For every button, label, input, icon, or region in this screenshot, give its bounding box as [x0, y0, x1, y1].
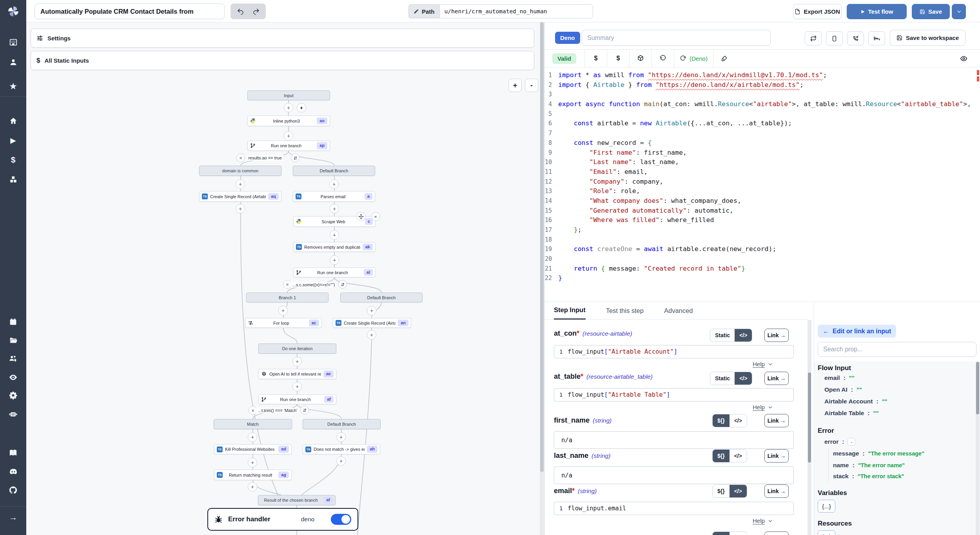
sidebar-item-groups[interactable] [0, 352, 26, 364]
flow-node-kill_sites[interactable]: TSKill Professional Websites mentionsad [214, 444, 292, 454]
resources-object-button[interactable]: {...} [818, 530, 835, 535]
step-panel-scrollbar[interactable] [808, 320, 811, 535]
flow-node-default_3[interactable]: Default Branch [303, 419, 381, 429]
remove-branch-button[interactable]: × [236, 154, 245, 162]
branch-settings-button[interactable] [338, 280, 347, 289]
error-handler-toggle[interactable] [331, 514, 351, 525]
flow-node-branch_1[interactable]: Branch 1 [246, 293, 328, 302]
flow-node-return_match[interactable]: TSReturn matching resultag [214, 470, 292, 480]
save-button[interactable]: Save [912, 4, 950, 19]
move-step-handle[interactable] [356, 212, 366, 221]
add-step-button[interactable]: + [278, 306, 288, 315]
add-step-button[interactable]: + [329, 179, 339, 189]
code-input-at_con[interactable]: 1flow_input["Airtable Account"] [554, 345, 794, 358]
sidebar-item-user[interactable] [0, 56, 26, 68]
mode-toggle-email[interactable]: ${}</> [712, 484, 747, 498]
mode-toggle-last_name[interactable]: ${}</> [712, 449, 747, 463]
sidebar-item-folders[interactable] [0, 334, 26, 346]
flow-node-openai_step[interactable]: Open AI to tell if relevant resultae [258, 369, 336, 379]
path-input[interactable]: u/henri/crm_automated_no_human [439, 4, 593, 18]
add-step-button[interactable]: + [292, 382, 302, 391]
help-link[interactable]: Help [753, 361, 773, 367]
sidebar-item-workspace[interactable] [0, 36, 26, 48]
prop-row-error-stack[interactable]: stack:"The error stack" [833, 473, 904, 480]
edit-or-link-input-button[interactable]: ← Edit or link an input [818, 325, 896, 338]
flow-node-run_branch_ap[interactable]: Run one branchap [247, 141, 330, 151]
format-brush-icon[interactable] [713, 50, 735, 67]
sidebar-item-docs[interactable] [0, 447, 26, 459]
flow-node-default_2[interactable]: Default Branch [340, 293, 423, 302]
link-button-at_con[interactable]: Link → [764, 329, 789, 342]
link-button-last_name[interactable]: Link → [764, 449, 789, 463]
flow-node-result[interactable]: Result of the chosen branchaf [258, 495, 336, 505]
trigger-bolt-icon[interactable] [297, 103, 306, 112]
add-step-button[interactable]: + [336, 432, 346, 442]
dollar-var-icon[interactable]: $ [585, 50, 607, 67]
mode-toggle-at_table[interactable]: Static</> [710, 372, 752, 385]
add-step-button[interactable]: + [330, 255, 339, 265]
redo-button[interactable] [251, 6, 261, 16]
code-input-at_table[interactable]: 1flow_input["Airtable Table"] [554, 388, 794, 401]
tab-test-this-step[interactable]: Test this step [606, 302, 644, 320]
sidebar-item-discord[interactable] [0, 466, 26, 477]
add-step-button[interactable]: + [330, 230, 339, 240]
link-button-first_name[interactable]: Link → [764, 414, 789, 427]
phone-incoming-icon[interactable] [847, 31, 864, 45]
flow-node-default_1[interactable]: Default Branch [293, 166, 375, 176]
flow-node-run_branch_al[interactable]: Run one branchal [293, 268, 376, 277]
add-step-button[interactable]: + [336, 456, 346, 466]
variables-object-button[interactable]: {...} [818, 500, 835, 513]
add-step-button[interactable]: + [284, 103, 293, 112]
language-badge[interactable]: Deno [555, 32, 580, 44]
reload-deno-button[interactable]: (Deno) [674, 50, 713, 67]
code-editor[interactable]: 1import * as wmill from "https://deno.la… [545, 67, 980, 302]
flow-node-parses_email[interactable]: TSParses emaila [293, 191, 375, 202]
add-step-button[interactable]: + [367, 330, 376, 340]
add-step-button[interactable]: + [330, 204, 339, 213]
summary-input[interactable]: Summary [582, 30, 771, 46]
mode-toggle-at_con[interactable]: Static</> [710, 329, 752, 342]
reset-icon[interactable] [652, 50, 674, 67]
sidebar-item-settings[interactable] [0, 389, 26, 401]
panel-rectangle-icon[interactable] [826, 31, 843, 45]
mode-toggle-first_name[interactable]: ${}</> [712, 414, 747, 427]
flow-node-domain_common[interactable]: domain is common [199, 166, 281, 176]
sidebar-item-github[interactable] [0, 484, 26, 496]
sidebar-item-resources[interactable] [0, 174, 26, 185]
branch-settings-button[interactable] [300, 406, 309, 414]
flow-node-for_loop[interactable]: For loopac [245, 318, 322, 328]
flow-node-inline_python[interactable]: Inline python3ao [247, 116, 330, 126]
add-step-button[interactable]: + [284, 131, 293, 141]
flow-canvas[interactable]: Settings $ All Static Inputs + - [26, 22, 545, 535]
sidebar-item-audit-logs[interactable] [0, 371, 26, 383]
prop-row-error-message[interactable]: message:"The error message" [833, 450, 924, 457]
dollar-resource-icon[interactable]: $ [607, 50, 629, 67]
mode-toggle-partial[interactable]: ${}</> [712, 531, 747, 535]
value-input-first_name[interactable]: n/a [554, 431, 794, 449]
flow-node-input[interactable]: Input [247, 90, 330, 100]
prop-row-openai[interactable]: Open AI:"" [824, 386, 862, 393]
flow-title-input[interactable]: Automatically Populate CRM Contact Detai… [34, 4, 225, 19]
windmill-logo[interactable] [0, 0, 26, 22]
arrows-swap-icon[interactable] [805, 31, 822, 45]
collapse-button[interactable]: - [848, 438, 855, 446]
error-handler-node[interactable]: Error handler deno [207, 508, 358, 531]
sidebar-item-schedules[interactable] [0, 316, 26, 327]
save-to-workspace-button[interactable]: Save to workspace [890, 30, 965, 46]
prop-row-email[interactable]: email:"" [824, 374, 855, 381]
add-step-button[interactable]: + [236, 179, 245, 189]
add-step-button[interactable]: + [236, 204, 245, 213]
add-step-button[interactable]: + [292, 357, 302, 366]
branch-settings-button[interactable] [291, 154, 299, 162]
flow-node-do_iteration[interactable]: Do one iteration [258, 343, 336, 354]
link-button-at_table[interactable]: Link → [764, 372, 789, 385]
tab-advanced[interactable]: Advanced [664, 302, 693, 320]
bed-icon[interactable] [868, 31, 885, 45]
export-json-button[interactable]: Export JSON [793, 4, 842, 19]
value-input-last_name[interactable]: n/a [554, 466, 794, 484]
sidebar-item-home[interactable] [0, 115, 26, 127]
prop-row-airtable-account[interactable]: Airtable Account:"" [824, 398, 887, 405]
help-link[interactable]: Help [753, 517, 773, 524]
sidebar-item-runs[interactable]: ▶ [0, 135, 26, 146]
eye-icon[interactable] [953, 50, 975, 67]
